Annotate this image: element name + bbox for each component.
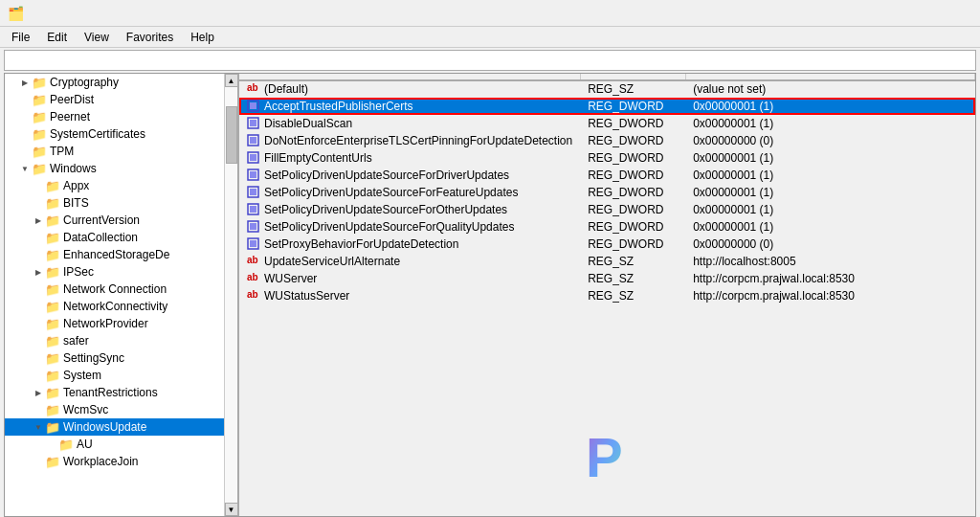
folder-icon-safer: 📁 <box>45 334 60 348</box>
tree-label-systemcertificates: SystemCertificates <box>50 127 145 141</box>
data-panel-wrapper: ab(Default)REG_SZ(value not set)AcceptTr… <box>239 74 975 516</box>
tree-item-appx[interactable]: 📁Appx <box>5 177 224 194</box>
cell-type-setproxybehaviorforupdatedetection: REG_DWORD <box>580 236 685 253</box>
menu-item-file[interactable]: File <box>4 29 37 46</box>
folder-icon-networkconnection: 📁 <box>45 282 60 297</box>
menu-item-favorites[interactable]: Favorites <box>119 29 181 46</box>
scrollbar-thumb[interactable] <box>226 106 237 164</box>
table-row-updateserviceurlalternate[interactable]: abUpdateServiceUrlAlternateREG_SZhttp://… <box>239 253 975 270</box>
tree-item-tenantrestrictions[interactable]: ▶📁TenantRestrictions <box>5 384 224 401</box>
svg-rect-5 <box>250 137 256 144</box>
expand-arrow-ipsec[interactable]: ▶ <box>32 268 45 277</box>
cell-type-accepttrustedpublishercerts: REG_DWORD <box>580 98 685 115</box>
tree-label-tenantrestrictions: TenantRestrictions <box>63 386 158 399</box>
tree-item-datacollection[interactable]: 📁DataCollection <box>5 229 224 246</box>
svg-rect-11 <box>250 189 256 195</box>
tree-item-peernet[interactable]: 📁Peernet <box>5 108 224 125</box>
scroll-up-button[interactable]: ▲ <box>225 74 238 87</box>
tree-item-wcmsvc[interactable]: 📁WcmSvc <box>5 401 224 418</box>
tree-item-ipsec[interactable]: ▶📁IPSec <box>5 263 224 281</box>
tree-item-au[interactable]: 📁AU <box>5 436 224 453</box>
cell-name-updateserviceurlalternate: abUpdateServiceUrlAlternate <box>239 253 580 270</box>
table-row-setpolicydrivenupdatesourcefordriverupdates[interactable]: SetPolicyDrivenUpdateSourceForDriverUpda… <box>239 167 975 184</box>
reg-type-icon-disabledualscan <box>247 117 260 130</box>
tree-item-cryptography[interactable]: ▶📁Cryptography <box>5 74 224 91</box>
table-row-setpolicydrivenupdatesourceforqualityupdates[interactable]: SetPolicyDrivenUpdateSourceForQualityUpd… <box>239 218 975 236</box>
cell-type-disabledualscan: REG_DWORD <box>580 115 685 132</box>
tree-label-system: System <box>63 369 101 382</box>
menu-item-help[interactable]: Help <box>183 29 222 46</box>
cell-name-text-setproxybehaviorforupdatedetection: SetProxyBehaviorForUpdateDetection <box>264 237 458 251</box>
expand-arrow-currentversion[interactable]: ▶ <box>32 216 45 225</box>
reg-type-icon-setpolicydrivenupdatesourceforotherupdates <box>247 203 260 216</box>
cell-data-setpolicydrivenupdatesourceforqualityupdates: 0x00000001 (1) <box>685 218 974 236</box>
column-header-type[interactable] <box>580 74 685 80</box>
folder-icon-networkconnectivity: 📁 <box>45 300 60 314</box>
cell-name-text-setpolicydrivenupdatesourceforqualityupdates: SetPolicyDrivenUpdateSourceForQualityUpd… <box>264 220 514 234</box>
tree-item-system[interactable]: 📁System <box>5 367 224 384</box>
tree-item-settingsync[interactable]: 📁SettingSync <box>5 349 224 367</box>
folder-icon-appx: 📁 <box>45 179 60 193</box>
reg-type-icon-setpolicydrivenupdatesourcefordriverupdates <box>247 169 260 182</box>
table-row-default[interactable]: ab(Default)REG_SZ(value not set) <box>239 80 975 98</box>
tree-scroll[interactable]: ▶📁Cryptography📁PeerDist📁Peernet📁SystemCe… <box>5 74 237 516</box>
cell-name-setpolicydrivenupdatesourcefordriverupdates: SetPolicyDrivenUpdateSourceForDriverUpda… <box>239 167 580 184</box>
tree-item-windows[interactable]: ▼📁Windows <box>5 160 224 177</box>
menu-item-view[interactable]: View <box>77 29 117 46</box>
table-row-donotenforce[interactable]: DoNotEnforceEnterpriseTLSCertPinningForU… <box>239 132 975 149</box>
table-row-wustatusserver[interactable]: abWUStatusServerREG_SZhttp://corpcm.praj… <box>239 287 975 304</box>
tree-item-networkconnectivity[interactable]: 📁NetworkConnectivity <box>5 298 224 315</box>
column-header-name[interactable] <box>239 74 580 80</box>
tree-item-peerdist[interactable]: 📁PeerDist <box>5 91 224 108</box>
registry-table: ab(Default)REG_SZ(value not set)AcceptTr… <box>239 74 975 305</box>
column-header-data[interactable] <box>685 74 974 80</box>
expand-arrow-windows[interactable]: ▼ <box>18 165 32 173</box>
menu-item-edit[interactable]: Edit <box>39 29 75 46</box>
reg-type-icon-fillemptycontenturls <box>247 151 260 165</box>
table-row-wuserver[interactable]: abWUServerREG_SZhttp://corpcm.prajwal.lo… <box>239 270 975 287</box>
folder-icon-peernet: 📁 <box>32 110 47 124</box>
tree-item-enhancedstoragede[interactable]: 📁EnhancedStorageDe <box>5 246 224 263</box>
tree-label-peerdist: PeerDist <box>50 93 94 106</box>
cell-name-text-donotenforce: DoNotEnforceEnterpriseTLSCertPinningForU… <box>264 134 572 147</box>
tree-label-currentversion: CurrentVersion <box>63 214 140 227</box>
tree-item-safer[interactable]: 📁safer <box>5 332 224 349</box>
cell-name-text-default: (Default) <box>264 82 308 96</box>
cell-type-setpolicydrivenupdatesourceforqualityupdates: REG_DWORD <box>580 218 685 236</box>
reg-type-icon-default: ab <box>247 82 260 96</box>
tree-label-networkconnectivity: NetworkConnectivity <box>63 300 167 313</box>
menu-bar: FileEditViewFavoritesHelp <box>0 27 980 48</box>
cell-name-text-updateserviceurlalternate: UpdateServiceUrlAlternate <box>264 255 400 268</box>
folder-icon-bits: 📁 <box>45 196 60 211</box>
cell-name-disabledualscan: DisableDualScan <box>239 115 580 132</box>
table-row-disabledualscan[interactable]: DisableDualScanREG_DWORD0x00000001 (1) <box>239 115 975 132</box>
tree-item-workplacejoin[interactable]: 📁WorkplaceJoin <box>5 453 224 470</box>
svg-rect-3 <box>250 120 256 126</box>
scrollbar-track <box>225 87 238 503</box>
tree-item-networkconnection[interactable]: 📁Network Connection <box>5 281 224 298</box>
cell-data-wuserver: http://corpcm.prajwal.local:8530 <box>685 270 974 287</box>
reg-type-icon-updateserviceurlalternate: ab <box>247 255 260 268</box>
reg-type-icon-donotenforce <box>247 134 260 147</box>
table-row-fillemptycontenturls[interactable]: FillEmptyContentUrlsREG_DWORD0x00000001 … <box>239 149 975 167</box>
tree-item-bits[interactable]: 📁BITS <box>5 194 224 212</box>
cell-data-donotenforce: 0x00000000 (0) <box>685 132 974 149</box>
tree-item-networkprovider[interactable]: 📁NetworkProvider <box>5 315 224 332</box>
scroll-down-button[interactable]: ▼ <box>225 503 238 516</box>
table-row-accepttrustedpublishercerts[interactable]: AcceptTrustedPublisherCertsREG_DWORD0x00… <box>239 98 975 115</box>
table-row-setproxybehaviorforupdatedetection[interactable]: SetProxyBehaviorForUpdateDetectionREG_DW… <box>239 236 975 253</box>
svg-rect-1 <box>250 102 256 109</box>
cell-name-accepttrustedpublishercerts: AcceptTrustedPublisherCerts <box>239 98 580 115</box>
expand-arrow-windowsupdate[interactable]: ▼ <box>32 423 45 432</box>
tree-item-windowsupdate[interactable]: ▼📁WindowsUpdate <box>5 418 224 436</box>
expand-arrow-tenantrestrictions[interactable]: ▶ <box>32 389 45 397</box>
expand-arrow-cryptography[interactable]: ▶ <box>18 79 32 87</box>
main-content: ▶📁Cryptography📁PeerDist📁Peernet📁SystemCe… <box>4 73 976 517</box>
tree-item-systemcertificates[interactable]: 📁SystemCertificates <box>5 125 224 143</box>
tree-item-tpm[interactable]: 📁TPM <box>5 143 224 160</box>
address-bar[interactable] <box>4 50 976 71</box>
cell-data-fillemptycontenturls: 0x00000001 (1) <box>685 149 974 167</box>
tree-item-currentversion[interactable]: ▶📁CurrentVersion <box>5 212 224 229</box>
table-row-setpolicydrivenupdatesourceforotherupdates[interactable]: SetPolicyDrivenUpdateSourceForOtherUpdat… <box>239 201 975 218</box>
table-row-setpolicydrivenupdatesourceforfeatureupdates[interactable]: SetPolicyDrivenUpdateSourceForFeatureUpd… <box>239 184 975 201</box>
